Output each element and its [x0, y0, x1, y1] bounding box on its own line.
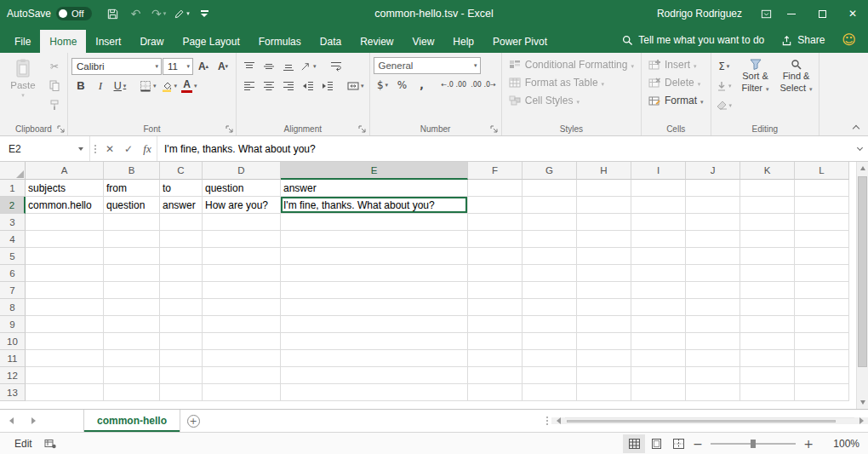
cell-H1[interactable] — [577, 180, 631, 197]
redo-button[interactable]: ↷ — [149, 3, 169, 25]
scroll-left-button[interactable] — [551, 417, 565, 424]
cell-I3[interactable] — [631, 214, 686, 231]
vertical-scroll-track[interactable] — [857, 175, 868, 396]
cell-F11[interactable] — [468, 350, 523, 367]
cell-H7[interactable] — [577, 282, 631, 299]
autosave-toggle[interactable]: AutoSave Off — [7, 7, 92, 20]
cell-K1[interactable] — [740, 180, 795, 197]
number-dialog-launcher[interactable] — [489, 124, 500, 134]
cell-G9[interactable] — [523, 316, 577, 333]
decrease-decimal-button[interactable]: .00 .0→ — [469, 76, 498, 94]
cell-C10[interactable] — [160, 333, 203, 350]
cell-H12[interactable] — [577, 367, 631, 384]
cell-C5[interactable] — [160, 248, 203, 265]
cell-F1[interactable] — [468, 180, 523, 197]
page-layout-view-button[interactable] — [645, 434, 667, 453]
cell-F9[interactable] — [468, 316, 523, 333]
minimize-button[interactable] — [776, 0, 807, 27]
cell-B6[interactable] — [104, 265, 160, 282]
cell-C9[interactable] — [160, 316, 203, 333]
cell-B1[interactable]: from — [104, 180, 160, 197]
ribbon-tab-insert[interactable]: Insert — [86, 30, 130, 53]
zoom-slider-thumb[interactable] — [751, 440, 756, 448]
cell-C4[interactable] — [160, 231, 203, 248]
decrease-indent-button[interactable] — [299, 77, 317, 95]
font-dialog-launcher[interactable] — [224, 124, 234, 134]
autosum-button[interactable]: Σ — [715, 57, 734, 75]
cell-B7[interactable] — [104, 282, 160, 299]
cell-F6[interactable] — [468, 265, 523, 282]
cell-G4[interactable] — [523, 231, 577, 248]
cell-A1[interactable]: subjects — [26, 180, 104, 197]
row-header-2[interactable]: 2 — [0, 197, 26, 214]
cell-G8[interactable] — [523, 299, 577, 316]
cell-I11[interactable] — [631, 350, 686, 367]
ribbon-display-options-button[interactable] — [756, 3, 776, 25]
number-format-select[interactable]: General — [374, 57, 481, 74]
fill-color-button[interactable] — [159, 77, 180, 95]
cell-E12[interactable] — [281, 367, 468, 384]
cell-K3[interactable] — [740, 214, 795, 231]
zoom-out-button[interactable]: − — [689, 438, 706, 450]
cell-L13[interactable] — [795, 384, 849, 401]
cell-styles-button[interactable]: Cell Styles — [505, 91, 637, 109]
cell-F12[interactable] — [468, 367, 523, 384]
cell-F8[interactable] — [468, 299, 523, 316]
cell-H5[interactable] — [577, 248, 631, 265]
cell-F3[interactable] — [468, 214, 523, 231]
touch-mode-button[interactable] — [172, 3, 192, 25]
enter-button[interactable]: ✓ — [119, 136, 138, 161]
cell-L1[interactable] — [795, 180, 849, 197]
cell-E1[interactable]: answer — [281, 180, 468, 197]
cell-K5[interactable] — [740, 248, 795, 265]
cell-K8[interactable] — [740, 299, 795, 316]
font-color-button[interactable]: A — [180, 77, 199, 95]
cell-J3[interactable] — [686, 214, 740, 231]
cell-I7[interactable] — [631, 282, 686, 299]
save-button[interactable] — [103, 3, 123, 25]
cell-I10[interactable] — [631, 333, 686, 350]
align-bottom-button[interactable] — [279, 57, 298, 75]
zoom-in-button[interactable]: + — [800, 438, 817, 450]
cell-C8[interactable] — [160, 299, 203, 316]
share-button[interactable]: Share — [781, 34, 825, 46]
cell-C3[interactable] — [160, 214, 203, 231]
increase-decimal-button[interactable]: ←.0 .00 — [440, 76, 469, 94]
cell-J6[interactable] — [686, 265, 740, 282]
macro-record-button[interactable] — [44, 439, 56, 449]
cell-K7[interactable] — [740, 282, 795, 299]
delete-cells-button[interactable]: Delete — [645, 73, 707, 91]
cell-D11[interactable] — [203, 350, 281, 367]
cell-C2[interactable]: answer — [160, 197, 203, 214]
horizontal-scroll-track[interactable] — [565, 417, 854, 424]
cell-D1[interactable]: question — [203, 180, 281, 197]
cell-J11[interactable] — [686, 350, 740, 367]
cell-G11[interactable] — [523, 350, 577, 367]
cell-E8[interactable] — [281, 299, 468, 316]
cell-I1[interactable] — [631, 180, 686, 197]
comma-style-button[interactable]: , — [413, 76, 431, 94]
vertical-scrollbar[interactable] — [856, 162, 868, 409]
column-header-E[interactable]: E — [281, 162, 468, 180]
cell-C12[interactable] — [160, 367, 203, 384]
increase-indent-button[interactable] — [318, 77, 337, 95]
cell-K6[interactable] — [740, 265, 795, 282]
cell-A9[interactable] — [26, 316, 104, 333]
cell-J13[interactable] — [686, 384, 740, 401]
cell-J9[interactable] — [686, 316, 740, 333]
clear-button[interactable] — [715, 96, 734, 114]
name-box[interactable]: E2 — [0, 136, 90, 161]
expand-formula-bar-button[interactable] — [851, 136, 868, 161]
clipboard-dialog-launcher[interactable] — [55, 124, 66, 134]
maximize-button[interactable] — [807, 0, 837, 27]
cell-J5[interactable] — [686, 248, 740, 265]
tell-me-box[interactable]: Tell me what you want to do — [622, 34, 764, 46]
ribbon-tab-page-layout[interactable]: Page Layout — [173, 30, 248, 53]
cell-H8[interactable] — [577, 299, 631, 316]
cell-D5[interactable] — [203, 248, 281, 265]
cell-I5[interactable] — [631, 248, 686, 265]
cell-G12[interactable] — [523, 367, 577, 384]
user-name[interactable]: Rodrigo Rodriguez — [657, 8, 742, 20]
ribbon-tab-help[interactable]: Help — [443, 30, 483, 53]
cell-I2[interactable] — [631, 197, 686, 214]
